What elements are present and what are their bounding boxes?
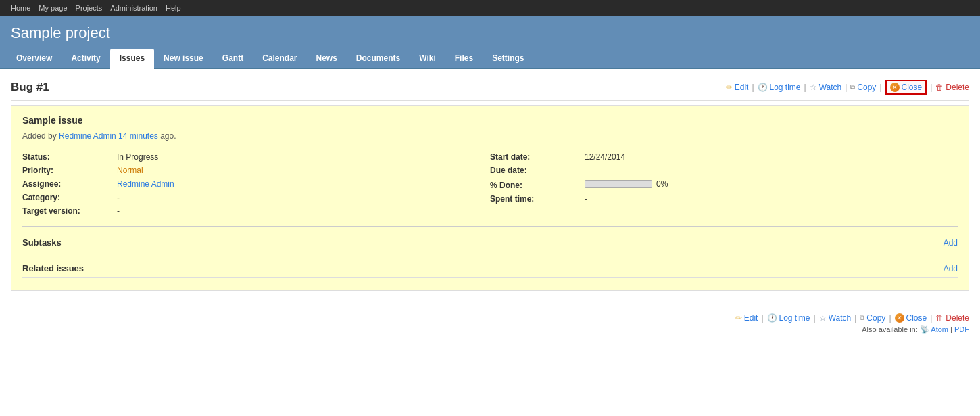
subtasks-section-header: Subtasks Add — [22, 232, 958, 252]
field-due-date: Due date: — [490, 164, 951, 177]
main-content: Bug #1 Edit | 🕐 Log time | ☆ Watch | ⧉ C… — [0, 69, 980, 306]
field-start-date: Start date: 12/24/2014 — [490, 150, 951, 164]
tab-new-issue[interactable]: New issue — [154, 49, 213, 68]
issue-detail-box: Sample issue Added by Redmine Admin 14 m… — [11, 105, 969, 291]
top-action-links: Edit | 🕐 Log time | ☆ Watch | ⧉ Copy | ✕… — [726, 80, 969, 95]
tab-gantt[interactable]: Gantt — [213, 49, 253, 68]
tab-files[interactable]: Files — [445, 49, 483, 68]
close-icon-bottom: ✕ — [895, 313, 904, 323]
issue-fields: Status: In Progress Priority: Normal Ass… — [22, 150, 958, 218]
field-spent-time: Spent time: - — [490, 192, 951, 206]
nav-administration[interactable]: Administration — [106, 3, 162, 14]
copy-link-bottom[interactable]: ⧉ Copy — [860, 313, 885, 323]
edit-icon-bottom: ✏ — [735, 313, 742, 323]
delete-icon-bottom: 🗑 — [935, 313, 944, 323]
copy-icon-bottom: ⧉ — [860, 314, 864, 322]
issue-title: Bug #1 — [11, 80, 49, 94]
fields-left: Status: In Progress Priority: Normal Ass… — [22, 150, 490, 218]
tab-activity[interactable]: Activity — [62, 49, 109, 68]
tab-issues[interactable]: Issues — [110, 49, 154, 69]
bottom-action-links: ✏ Edit | 🕐 Log time | ☆ Watch | ⧉ Copy |… — [735, 313, 969, 323]
delete-link-bottom[interactable]: 🗑 Delete — [935, 313, 969, 323]
clock-icon-bottom: 🕐 — [767, 313, 777, 323]
nav-home[interactable]: Home — [7, 3, 34, 14]
edit-link-bottom[interactable]: ✏ Edit — [735, 313, 758, 323]
related-issues-section-header: Related issues Add — [22, 258, 958, 278]
edit-link-top[interactable]: Edit — [726, 83, 749, 92]
related-issues-title: Related issues — [22, 263, 84, 273]
project-title: Sample project — [11, 24, 969, 49]
copy-icon-top: ⧉ — [850, 83, 855, 91]
watch-link-top[interactable]: ☆ Watch — [810, 83, 842, 92]
field-pct-done: % Done: 0% — [490, 177, 951, 192]
star-icon-top: ☆ — [810, 83, 817, 92]
related-issues-add-link[interactable]: Add — [944, 264, 958, 273]
top-navigation: Home My page Projects Administration Hel… — [0, 0, 980, 16]
issue-summary: Sample issue — [22, 115, 958, 126]
delete-icon-top: 🗑 — [935, 83, 944, 92]
clock-icon-top: 🕐 — [758, 83, 768, 92]
field-category: Category: - — [22, 191, 483, 204]
nav-projects[interactable]: Projects — [72, 3, 107, 14]
field-assignee: Assignee: Redmine Admin — [22, 177, 483, 191]
subtasks-title: Subtasks — [22, 237, 62, 248]
close-link-bottom[interactable]: ✕ Close — [895, 313, 927, 323]
progress-percent: 0% — [656, 179, 668, 189]
subtasks-add-link[interactable]: Add — [944, 238, 958, 248]
logtime-link-bottom[interactable]: 🕐 Log time — [767, 313, 810, 323]
field-target-version: Target version: - — [22, 204, 483, 218]
also-available: Also available in: 📡 Atom | PDF — [862, 325, 969, 334]
field-priority: Priority: Normal — [22, 164, 483, 177]
tab-documents[interactable]: Documents — [347, 49, 410, 68]
star-icon-bottom: ☆ — [819, 313, 827, 323]
assignee-link[interactable]: Redmine Admin — [117, 179, 174, 189]
edit-icon-top — [726, 83, 733, 92]
tab-settings[interactable]: Settings — [483, 49, 533, 68]
progress-bar-container: 0% — [585, 179, 668, 189]
watch-link-bottom[interactable]: ☆ Watch — [819, 313, 852, 323]
page-header: Sample project — [0, 16, 980, 49]
time-ago-link[interactable]: 14 minutes — [118, 131, 158, 141]
bottom-bar: ✏ Edit | 🕐 Log time | ☆ Watch | ⧉ Copy |… — [0, 306, 980, 337]
atom-icon: 📡 — [920, 325, 929, 333]
issue-added-by: Added by Redmine Admin 14 minutes ago. — [22, 131, 958, 141]
issue-title-bar: Bug #1 Edit | 🕐 Log time | ☆ Watch | ⧉ C… — [11, 76, 969, 101]
tab-calendar[interactable]: Calendar — [253, 49, 306, 68]
main-navigation: Overview Activity Issues New issue Gantt… — [0, 49, 980, 69]
tab-overview[interactable]: Overview — [7, 49, 62, 68]
tab-news[interactable]: News — [307, 49, 347, 68]
delete-link-top[interactable]: 🗑 Delete — [935, 83, 969, 92]
nav-mypage[interactable]: My page — [34, 3, 71, 14]
author-link[interactable]: Redmine Admin — [59, 131, 116, 141]
issue-separator — [22, 226, 958, 227]
atom-link[interactable]: Atom — [931, 325, 948, 333]
close-icon-img-top: ✕ — [890, 83, 900, 92]
copy-link-top[interactable]: ⧉ Copy — [850, 83, 876, 92]
tab-wiki[interactable]: Wiki — [410, 49, 445, 68]
field-status: Status: In Progress — [22, 150, 483, 164]
close-link-top[interactable]: ✕ Close — [885, 80, 927, 95]
progress-bar — [585, 180, 652, 188]
pdf-link[interactable]: PDF — [954, 325, 969, 333]
fields-right: Start date: 12/24/2014 Due date: % Done: — [490, 150, 958, 218]
nav-help[interactable]: Help — [162, 3, 185, 14]
logtime-link-top[interactable]: 🕐 Log time — [758, 83, 801, 92]
